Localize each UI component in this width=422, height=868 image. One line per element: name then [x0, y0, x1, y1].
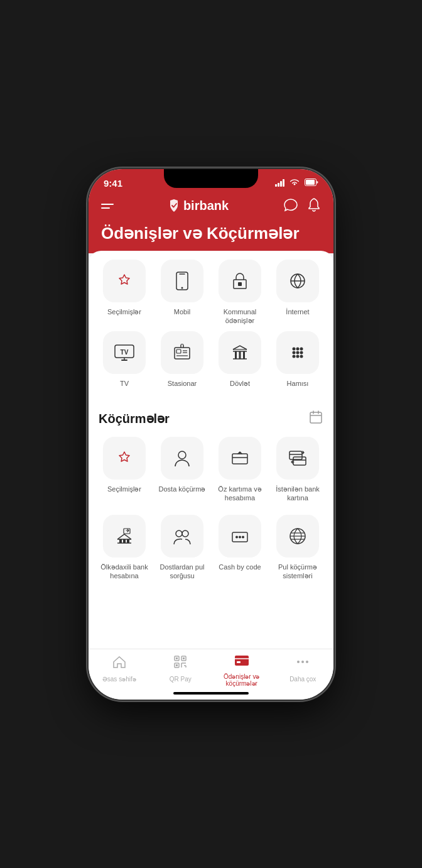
menu-button[interactable]	[101, 204, 114, 209]
svg-point-76	[301, 661, 304, 663]
phone-frame: 9:41	[89, 169, 333, 700]
nav-item-payments[interactable]: Ödənişlər və köçürmələr	[211, 654, 273, 687]
category-icon-secilmisler	[103, 260, 146, 302]
nav-item-home[interactable]: Əsas səhifə	[89, 654, 150, 687]
svg-point-26	[293, 348, 296, 351]
transfer-icon-pul-kocurme	[276, 515, 319, 558]
notch	[164, 169, 258, 188]
category-item-kommunal[interactable]: Kommunal ödənişlər	[214, 260, 266, 326]
svg-point-34	[300, 355, 303, 358]
transfers-section-header: Köçürmələr	[89, 398, 333, 437]
transfer-item-olkedaxili[interactable]: Ölkədaxili bank hesabına	[99, 515, 150, 581]
transfer-grid-row2: Ölkədaxili bank hesabına Dostlardan pul	[89, 515, 333, 591]
category-item-tv[interactable]: TV TV	[99, 331, 150, 388]
svg-point-30	[296, 351, 300, 354]
category-label-dovlet: Dövlət	[230, 379, 250, 388]
app-header: birbank Ödənişlər v	[89, 194, 333, 253]
category-item-internet[interactable]: İnternet	[272, 260, 323, 326]
category-icon-stasionar	[161, 331, 203, 374]
transfer-item-dostlardan[interactable]: Dostlardan pul sorğusu	[156, 515, 208, 581]
svg-point-39	[178, 451, 186, 459]
category-item-dovlet[interactable]: Dövlət	[214, 331, 266, 388]
menu-line-1	[101, 204, 114, 205]
category-icon-kommunal	[219, 260, 261, 302]
category-item-hamisi[interactable]: Hamısı	[272, 331, 323, 388]
transfer-item-secilmisler[interactable]: Seçilmişlər	[99, 437, 150, 503]
svg-rect-40	[232, 454, 247, 464]
category-label-hamisi: Hamısı	[287, 379, 309, 388]
svg-rect-66	[183, 657, 185, 659]
transfer-icon-oz-kartima	[219, 437, 261, 480]
transfers-title: Köçürmələr	[99, 411, 170, 426]
svg-point-29	[293, 351, 296, 354]
status-icons	[275, 179, 318, 188]
svg-point-75	[297, 661, 300, 663]
transfer-icon-cash-by-code	[219, 515, 261, 558]
category-item-secilmisler[interactable]: Seçilmişlər	[99, 260, 150, 326]
transfer-label-oz-kartima: Öz kartıma və hesabıma	[214, 485, 266, 503]
svg-rect-6	[238, 282, 242, 286]
app-logo: birbank	[168, 199, 229, 213]
svg-point-77	[306, 661, 308, 663]
nav-label-home: Əsas səhifə	[102, 676, 136, 683]
transfer-item-dosta[interactable]: Dosta köçürmə	[156, 437, 208, 503]
category-icon-tv: TV	[103, 331, 146, 374]
svg-rect-35	[310, 412, 322, 423]
more-nav-icon	[295, 654, 310, 673]
svg-rect-23	[235, 351, 237, 359]
chat-icon[interactable]	[283, 198, 298, 214]
transfer-label-pul-kocurme: Pul köçürmə sistemləri	[272, 563, 323, 581]
nav-label-payments: Ödənişlər və köçürmələr	[211, 673, 273, 687]
category-label-internet: İnternet	[286, 307, 309, 316]
svg-rect-72	[235, 656, 249, 666]
calendar-icon[interactable]	[308, 410, 323, 428]
category-icon-hamisi	[276, 331, 319, 374]
nav-item-more[interactable]: Daha çox	[273, 654, 334, 687]
category-icon-internet	[276, 260, 319, 302]
category-label-kommunal: Kommunal ödənişlər	[214, 307, 266, 326]
transfer-label-olkedaxili: Ölkədaxili bank hesabına	[99, 563, 150, 581]
transfer-item-pul-kocurme[interactable]: Pul köçürmə sistemləri	[272, 515, 323, 581]
transfer-item-istenilen-bank[interactable]: İstənilən bank kartına	[272, 437, 323, 503]
svg-point-52	[176, 530, 182, 537]
svg-point-33	[296, 355, 300, 358]
svg-rect-42	[289, 451, 302, 459]
svg-rect-74	[237, 661, 241, 663]
transfer-icon-istenilen-bank	[276, 437, 319, 480]
svg-point-3	[181, 287, 183, 288]
svg-rect-48	[119, 539, 122, 543]
category-label-tv: TV	[120, 379, 129, 388]
qr-nav-icon	[173, 654, 188, 673]
svg-text:TV: TV	[121, 349, 129, 356]
nav-label-more: Daha çox	[289, 676, 316, 683]
transfer-label-istenilen-bank: İstənilən bank kartına	[272, 485, 323, 503]
wifi-icon	[289, 179, 300, 188]
nav-item-qr[interactable]: QR Pay	[150, 654, 212, 687]
svg-rect-50	[127, 539, 129, 543]
bell-icon[interactable]	[307, 197, 321, 215]
svg-rect-1	[306, 180, 315, 185]
transfer-item-cash-by-code[interactable]: Cash by code	[214, 515, 266, 581]
category-item-stasionar[interactable]: Stasionar	[156, 331, 208, 388]
category-section: Seçilmişlər Mobil	[89, 251, 333, 398]
category-label-stasionar: Stasionar	[168, 379, 197, 388]
header-nav: birbank	[101, 197, 321, 215]
svg-point-53	[182, 530, 188, 537]
svg-rect-24	[239, 351, 241, 359]
svg-rect-14	[176, 349, 181, 353]
category-icon-mobil	[161, 260, 203, 302]
main-content: Seçilmişlər Mobil	[89, 251, 333, 649]
svg-rect-65	[176, 657, 178, 659]
page-title: Ödənişlər və Köçürmələr	[101, 224, 321, 243]
transfer-item-oz-kartima[interactable]: Öz kartıma və hesabıma	[214, 437, 266, 503]
svg-rect-67	[176, 664, 178, 666]
transfer-label-dosta: Dosta köçürmə	[159, 485, 206, 493]
svg-point-56	[239, 536, 241, 539]
transfer-label-cash-by-code: Cash by code	[219, 563, 261, 571]
transfer-icon-secilmisler	[103, 437, 146, 480]
svg-point-55	[235, 536, 238, 539]
svg-rect-44	[293, 457, 306, 465]
category-grid-top: Seçilmişlər Mobil	[99, 260, 323, 326]
category-label-mobil: Mobil	[174, 307, 190, 316]
category-item-mobil[interactable]: Mobil	[156, 260, 208, 326]
